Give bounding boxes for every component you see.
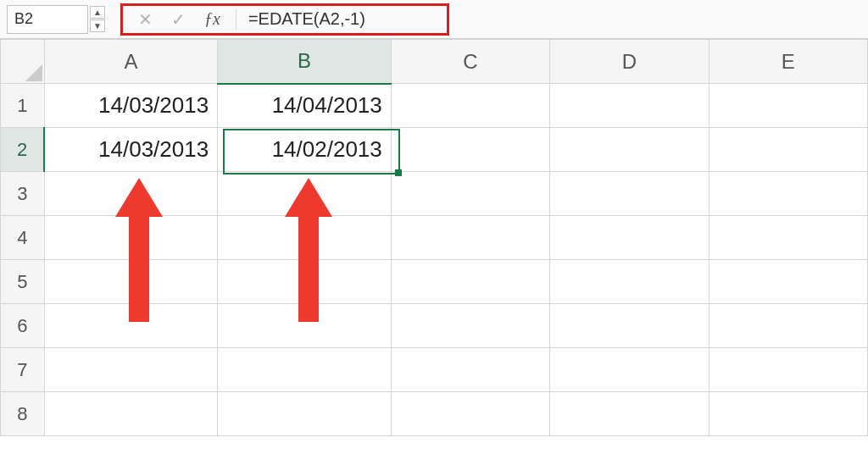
cell-A3[interactable]	[44, 172, 218, 216]
cell-E5[interactable]	[709, 260, 867, 304]
svg-marker-0	[25, 64, 42, 81]
column-header-E[interactable]: E	[709, 40, 867, 84]
cell-B2[interactable]: 14/02/2013	[218, 128, 392, 172]
cell-A6[interactable]	[44, 304, 218, 348]
cell-A1[interactable]: 14/03/2013	[44, 84, 218, 128]
cell-B6[interactable]	[218, 304, 392, 348]
cell-D2[interactable]	[550, 128, 709, 172]
name-box-value: B2	[14, 10, 33, 28]
cell-E3[interactable]	[709, 172, 867, 216]
stepper-up-icon[interactable]: ▲	[90, 6, 105, 19]
formula-bar: B2 ▲ ▼ ✕ ✓ ƒx =EDATE(A2,-1)	[0, 0, 868, 39]
cell-E4[interactable]	[709, 216, 867, 260]
name-box[interactable]: B2	[7, 5, 88, 34]
cell-E8[interactable]	[709, 392, 867, 436]
cell-C4[interactable]	[391, 216, 549, 260]
confirm-icon[interactable]: ✓	[171, 9, 186, 30]
formula-highlight-box: ✕ ✓ ƒx =EDATE(A2,-1)	[120, 3, 449, 36]
name-box-stepper[interactable]: ▲ ▼	[90, 6, 105, 32]
cell-A7[interactable]	[44, 348, 218, 392]
cell-C3[interactable]	[391, 172, 549, 216]
cell-C5[interactable]	[391, 260, 549, 304]
row-header-2[interactable]: 2	[1, 128, 45, 172]
row-header-6[interactable]: 6	[1, 304, 45, 348]
cell-B1[interactable]: 14/04/2013	[218, 84, 392, 128]
cell-C8[interactable]	[391, 392, 549, 436]
cell-D5[interactable]	[550, 260, 709, 304]
cell-A4[interactable]	[44, 216, 218, 260]
cell-C6[interactable]	[391, 304, 549, 348]
fx-icon[interactable]: ƒx	[204, 9, 220, 29]
cell-A8[interactable]	[44, 392, 218, 436]
fx-divider	[236, 9, 236, 30]
column-header-A[interactable]: A	[44, 40, 218, 84]
row-header-4[interactable]: 4	[1, 216, 45, 260]
column-header-C[interactable]: C	[391, 40, 549, 84]
cell-C7[interactable]	[391, 348, 549, 392]
cell-B7[interactable]	[218, 348, 392, 392]
column-header-D[interactable]: D	[550, 40, 709, 84]
cell-A5[interactable]	[44, 260, 218, 304]
cell-D1[interactable]	[550, 84, 709, 128]
cell-A2[interactable]: 14/03/2013	[44, 128, 218, 172]
row-header-3[interactable]: 3	[1, 172, 45, 216]
cell-C1[interactable]	[391, 84, 549, 128]
row-header-8[interactable]: 8	[1, 392, 45, 436]
cell-B4[interactable]	[218, 216, 392, 260]
cell-B3[interactable]	[218, 172, 392, 216]
cell-D8[interactable]	[550, 392, 709, 436]
select-all-corner[interactable]	[1, 40, 45, 84]
cell-D4[interactable]	[550, 216, 709, 260]
stepper-down-icon[interactable]: ▼	[90, 19, 105, 32]
cell-C2[interactable]	[391, 128, 549, 172]
cell-E7[interactable]	[709, 348, 867, 392]
row-header-7[interactable]: 7	[1, 348, 45, 392]
cell-E2[interactable]	[709, 128, 867, 172]
formula-input[interactable]: =EDATE(A2,-1)	[248, 9, 365, 29]
column-header-B[interactable]: B	[218, 40, 392, 84]
spreadsheet-grid[interactable]: A B C D E 1 14/03/2013 14/04/2013 2 14/0…	[0, 39, 868, 436]
row-header-1[interactable]: 1	[1, 84, 45, 128]
cell-D3[interactable]	[550, 172, 709, 216]
cell-B5[interactable]	[218, 260, 392, 304]
cell-B8[interactable]	[218, 392, 392, 436]
cell-D7[interactable]	[550, 348, 709, 392]
cell-D6[interactable]	[550, 304, 709, 348]
cell-E1[interactable]	[709, 84, 867, 128]
row-header-5[interactable]: 5	[1, 260, 45, 304]
cancel-icon[interactable]: ✕	[138, 9, 153, 30]
cell-E6[interactable]	[709, 304, 867, 348]
